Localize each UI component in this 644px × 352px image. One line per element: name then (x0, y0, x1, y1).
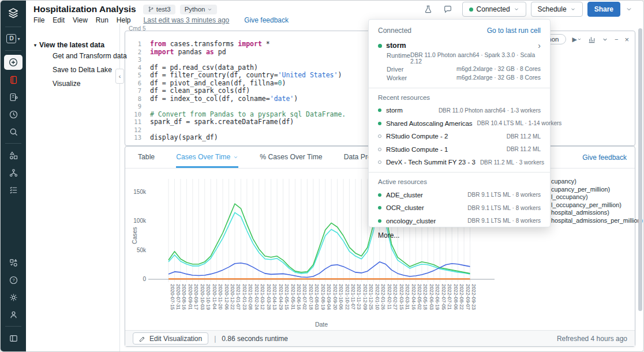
run-cell-button[interactable]: ▶ (572, 36, 582, 43)
toc-item-save-to-delta-lake[interactable]: Save to Delta Lake (26, 63, 119, 77)
svg-text:2021-08-19: 2021-08-19 (320, 284, 326, 310)
menu-item-run[interactable]: Run (96, 16, 108, 24)
partner-connect-icon[interactable] (4, 255, 23, 270)
menu-item-file[interactable]: File (33, 16, 44, 24)
menu-item-help[interactable]: Help (117, 16, 131, 24)
share-label: Share (594, 5, 613, 13)
svg-text:2021-07-02: 2021-07-02 (302, 284, 308, 310)
svg-text:2022-06-19: 2022-06-19 (435, 284, 440, 310)
language-pill[interactable]: Python (180, 5, 218, 14)
svg-text:2020-09-17: 2020-09-17 (193, 284, 199, 310)
resource-name: RStudio Compute - 2 (386, 133, 448, 140)
resource-row-ade-cluster[interactable]: ADE_clusterDBR 9.1 LTS ML · 8 workers (378, 192, 541, 199)
legend-entry: l_occupancy_per_million) (551, 201, 643, 209)
chevron-right-icon: › (538, 41, 541, 50)
svg-text:2022-04-16: 2022-04-16 (411, 284, 417, 310)
refreshed-text: Refreshed 4 hours ago (557, 335, 627, 343)
panel-toggle-icon[interactable] (4, 331, 23, 346)
settings-gear-icon[interactable] (4, 290, 23, 305)
chevron-down-icon (514, 6, 519, 12)
language-name: Python (185, 6, 205, 13)
svg-text:2022-01-10: 2022-01-10 (375, 284, 380, 310)
search-icon[interactable] (4, 124, 23, 139)
create-new-icon[interactable] (4, 55, 23, 70)
svg-text:2020-08-16: 2020-08-16 (181, 284, 187, 310)
svg-text:2020-07-31: 2020-07-31 (175, 284, 181, 310)
svg-text:2022-08-06: 2022-08-06 (453, 284, 459, 310)
repos-icon[interactable] (4, 89, 23, 104)
resource-row-oncology-cluster[interactable]: oncology_clusterDBR 9.1 LTS ML · 8 worke… (378, 218, 541, 224)
results-give-feedback-link[interactable]: Give feedback (582, 153, 627, 162)
rail-divider (5, 50, 21, 51)
close-cell-icon[interactable]: × (624, 35, 629, 44)
line-number: 6 (125, 80, 146, 88)
svg-text:2022-08-22: 2022-08-22 (459, 284, 465, 310)
toc-item-visualize[interactable]: Visualize (26, 77, 119, 91)
current-cluster-row[interactable]: storm › (378, 41, 541, 50)
edit-visualization-button[interactable]: Edit Visualization (133, 332, 208, 344)
svg-text:2021-08-03: 2021-08-03 (314, 284, 320, 310)
legend-entry: cupancy_per_million) (551, 186, 643, 194)
chevron-down-icon (207, 7, 212, 12)
vertical-scrollbar[interactable] (638, 26, 642, 349)
rail-divider (5, 326, 21, 327)
svg-text:2022-07-21: 2022-07-21 (447, 284, 452, 310)
data-icon[interactable] (4, 148, 23, 163)
line-number: 3 (125, 56, 146, 64)
help-icon[interactable]: ? (4, 272, 23, 287)
toc-item-get-and-transform-data[interactable]: Get and Transform data (26, 49, 119, 63)
databricks-logo-icon[interactable] (5, 5, 22, 20)
notebook-header: Hospitalization Analysis test3 Python Co… (26, 1, 643, 24)
collapse-panel-button[interactable]: ‹ (115, 69, 124, 84)
runtime-text: 0.86 seconds runtime (222, 335, 288, 343)
tab-cases-over-time[interactable]: Cases Over Time (176, 147, 238, 168)
workflows-icon[interactable] (4, 165, 23, 180)
resource-row-devx-tech-summit-fy-23-3[interactable]: DevX - Tech Summit FY 23 - 3DBR 11.2 ML … (378, 159, 541, 166)
share-button[interactable]: Share (587, 2, 620, 17)
workspace-notebook-icon[interactable] (4, 72, 23, 87)
status-dot-green (378, 108, 381, 112)
tab-table[interactable]: Table (138, 147, 155, 168)
cell-collapse-chevron-icon[interactable] (602, 36, 608, 43)
schedule-button[interactable]: Schedule (531, 2, 583, 17)
give-feedback-link[interactable]: Give feedback (244, 16, 289, 24)
scrollbar-thumb[interactable] (638, 28, 642, 311)
header-more-chevron-icon[interactable] (626, 6, 632, 13)
go-to-last-run-cell-link[interactable]: Go to last run cell (487, 27, 541, 35)
connected-label: Connected (477, 5, 510, 13)
resource-spec: DBR 11.0 Photon aarch64 · 1-3 workers (434, 107, 541, 114)
resource-row-storm[interactable]: stormDBR 11.0 Photon aarch64 · 1-3 worke… (378, 107, 541, 114)
cluster-detail-runtime: RuntimeDBR 11.0 Photon aarch64 · Spark 3… (378, 52, 541, 65)
cluster-detail-worker: Workerm6gd.2xlarge · 32 GB · 8 Cores (378, 74, 541, 81)
queries-checklist-icon[interactable] (4, 182, 23, 197)
toc-section-header[interactable]: ▾ View the latest data (26, 24, 119, 49)
legend-entry: hospital_admissions_per_million) (551, 217, 643, 225)
last-edit-link[interactable]: Last edit was 3 minutes ago (144, 16, 230, 24)
resource-row-shared-autoscaling-americas[interactable]: Shared Autoscaling AmericasDBR 10.4 LTS … (378, 120, 541, 127)
app-window: D▾ ? (0, 0, 644, 352)
menu-item-view[interactable]: View (73, 16, 88, 24)
flask-icon[interactable] (424, 5, 433, 14)
svg-text:2022-01-26: 2022-01-26 (380, 284, 386, 310)
connected-button[interactable]: Connected (462, 2, 526, 17)
branch-pill[interactable]: test3 (143, 5, 175, 14)
resource-name: DevX - Tech Summit FY 23 - 3 (386, 159, 475, 166)
dropdown-connected-label: Connected (378, 27, 411, 35)
more-link[interactable]: More... (378, 231, 541, 239)
svg-text:2020-11-04: 2020-11-04 (212, 284, 218, 309)
menu-item-edit[interactable]: Edit (53, 16, 65, 24)
recent-resources-header: Recent resources (378, 94, 541, 101)
chart-view-icon[interactable] (588, 36, 596, 43)
resource-row-ocr-cluster[interactable]: OCR_clusterDBR 9.1 LTS ML · 8 workers (378, 204, 541, 211)
tab-cases-over-time[interactable]: % Cases Over Time (260, 147, 322, 168)
branch-name: test3 (156, 6, 171, 13)
comments-icon[interactable] (443, 5, 452, 14)
user-profile-icon[interactable] (4, 307, 23, 322)
minimize-cell-icon[interactable]: − (615, 36, 618, 43)
svg-text:2021-05-31: 2021-05-31 (290, 284, 296, 310)
recents-clock-icon[interactable] (4, 107, 23, 122)
resource-row-rstudio-compute-2[interactable]: RStudio Compute - 2DBR 11.2 ML (378, 133, 541, 140)
workspace-switcher-icon[interactable]: D▾ (4, 31, 23, 46)
schedule-label: Schedule (538, 5, 567, 13)
resource-row-rstudio-compute-1[interactable]: RStudio Compute - 1DBR 11.2 ML (378, 146, 541, 153)
